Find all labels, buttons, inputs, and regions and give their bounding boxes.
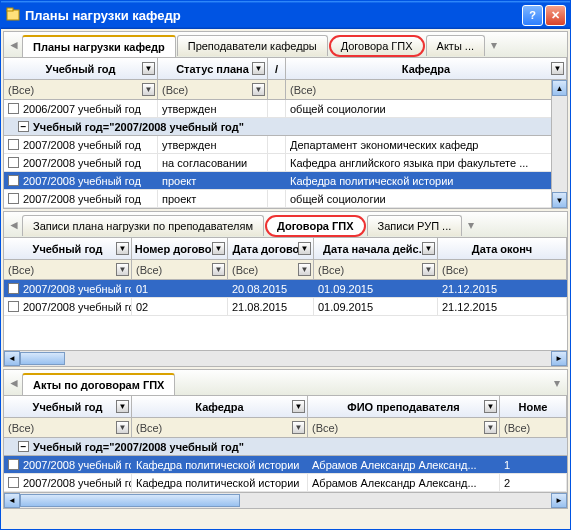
scroll-track[interactable]	[20, 493, 551, 508]
scroll-thumb[interactable]	[20, 352, 65, 365]
tab-next-icon[interactable]: ▾	[549, 373, 565, 393]
checkbox[interactable]	[8, 193, 19, 204]
scroll-up-icon[interactable]: ▲	[552, 80, 567, 96]
col-year[interactable]: Учебный год▼	[4, 58, 158, 79]
checkbox[interactable]	[8, 283, 19, 294]
filter-cell[interactable]: (Все)▼	[228, 260, 314, 279]
help-button[interactable]: ?	[522, 5, 543, 26]
table-row[interactable]: 2007/2008 учебный год Кафедра политическ…	[4, 474, 567, 492]
group-row[interactable]: −Учебный год="2007/2008 учебный год"	[4, 118, 567, 136]
table-row[interactable]: 2007/2008 учебный год Кафедра политическ…	[4, 456, 567, 474]
scroll-right-icon[interactable]: ►	[551, 351, 567, 366]
filter-cell[interactable]: (Все)▼	[132, 260, 228, 279]
tab-rup[interactable]: Записи РУП ...	[367, 215, 463, 236]
filter-dept[interactable]: (Все)▼	[286, 80, 567, 99]
tab-next-icon[interactable]: ▾	[486, 35, 502, 55]
dropdown-icon[interactable]: ▼	[116, 242, 129, 255]
scroll-right-icon[interactable]: ►	[551, 493, 567, 508]
tab-acts-gpx[interactable]: Акты по договорам ГПХ	[22, 373, 175, 395]
dropdown-icon[interactable]: ▼	[212, 242, 225, 255]
dropdown-icon[interactable]: ▼	[252, 83, 265, 96]
col-dept[interactable]: Кафедра▼	[132, 396, 308, 417]
dropdown-icon[interactable]: ▼	[252, 62, 265, 75]
col-status[interactable]: Статус плана▼	[158, 58, 268, 79]
table-row[interactable]: 2006/2007 учебный год утвержден общей со…	[4, 100, 567, 118]
tab-contracts-gpx[interactable]: Договора ГПХ	[265, 215, 366, 237]
cell-end: 21.12.2015	[438, 280, 567, 297]
filter-cell[interactable]: (Все)▼	[314, 260, 438, 279]
checkbox[interactable]	[8, 157, 19, 168]
horizontal-scrollbar[interactable]: ◄ ►	[4, 350, 567, 366]
filter-cell[interactable]: (Все)	[438, 260, 567, 279]
col-slash[interactable]: /	[268, 58, 286, 79]
dropdown-icon[interactable]: ▼	[116, 421, 129, 434]
tab-contracts[interactable]: Договора ГПХ	[329, 35, 425, 57]
table-row[interactable]: 2007/2008 учебный год проект Кафедра пол…	[4, 172, 567, 190]
scroll-left-icon[interactable]: ◄	[4, 493, 20, 508]
tab-next-icon[interactable]: ▾	[463, 215, 479, 235]
filter-cell[interactable]: (Все)▼	[132, 418, 308, 437]
dropdown-icon[interactable]: ▼	[142, 62, 155, 75]
dropdown-icon[interactable]: ▼	[292, 400, 305, 413]
dropdown-icon[interactable]: ▼	[116, 400, 129, 413]
tab-entries[interactable]: Записи плана нагрузки по преподавателям	[22, 215, 264, 236]
filter-slash[interactable]	[268, 80, 286, 99]
group-row[interactable]: −Учебный год="2007/2008 учебный год"	[4, 438, 567, 456]
dropdown-icon[interactable]: ▼	[551, 62, 564, 75]
checkbox[interactable]	[8, 175, 19, 186]
scroll-down-icon[interactable]: ▼	[552, 192, 567, 208]
collapse-icon[interactable]: −	[18, 441, 29, 452]
titlebar[interactable]: Планы нагрузки кафедр ? ✕	[1, 1, 570, 29]
col-num[interactable]: Номе	[500, 396, 567, 417]
dropdown-icon[interactable]: ▼	[116, 263, 129, 276]
col-start[interactable]: Дата начала дейс...▼	[314, 238, 438, 259]
dropdown-icon[interactable]: ▼	[292, 421, 305, 434]
dropdown-icon[interactable]: ▼	[422, 263, 435, 276]
table-row[interactable]: 2007/2008 учебный год проект общей социо…	[4, 190, 567, 208]
close-button[interactable]: ✕	[545, 5, 566, 26]
col-fio[interactable]: ФИО преподавателя▼	[308, 396, 500, 417]
col-date[interactable]: Дата догово...▼	[228, 238, 314, 259]
table-row[interactable]: 2007/2008 учебный год утвержден Департам…	[4, 136, 567, 154]
scroll-track[interactable]	[20, 351, 551, 366]
checkbox[interactable]	[8, 139, 19, 150]
table-row[interactable]: 2007/2008 учебный год 02 21.08.2015 01.0…	[4, 298, 567, 316]
tab-prev-icon[interactable]: ◄	[6, 35, 22, 55]
tab-prev-icon[interactable]: ◄	[6, 215, 22, 235]
dropdown-icon[interactable]: ▼	[298, 263, 311, 276]
scroll-thumb[interactable]	[20, 494, 240, 507]
table-row[interactable]: 2007/2008 учебный год 01 20.08.2015 01.0…	[4, 280, 567, 298]
collapse-icon[interactable]: −	[18, 121, 29, 132]
dropdown-icon[interactable]: ▼	[484, 400, 497, 413]
app-icon	[5, 7, 21, 23]
scroll-left-icon[interactable]: ◄	[4, 351, 20, 366]
dropdown-icon[interactable]: ▼	[142, 83, 155, 96]
checkbox[interactable]	[8, 459, 19, 470]
checkbox[interactable]	[8, 301, 19, 312]
col-end[interactable]: Дата оконч	[438, 238, 567, 259]
checkbox[interactable]	[8, 103, 19, 114]
col-dept[interactable]: Кафедра▼	[286, 58, 567, 79]
filter-cell[interactable]: (Все)▼	[4, 260, 132, 279]
table-row[interactable]: 2007/2008 учебный год на согласовании Ка…	[4, 154, 567, 172]
dropdown-icon[interactable]: ▼	[298, 242, 311, 255]
col-year[interactable]: Учебный год▼	[4, 238, 132, 259]
cell-dept: Кафедра политической истории	[286, 172, 567, 189]
horizontal-scrollbar[interactable]: ◄ ►	[4, 492, 567, 508]
col-year[interactable]: Учебный год▼	[4, 396, 132, 417]
filter-year[interactable]: (Все)▼	[4, 80, 158, 99]
filter-cell[interactable]: (Все)▼	[308, 418, 500, 437]
col-num[interactable]: Номер договора▼	[132, 238, 228, 259]
filter-cell[interactable]: (Все)	[500, 418, 567, 437]
filter-cell[interactable]: (Все)▼	[4, 418, 132, 437]
filter-status[interactable]: (Все)▼	[158, 80, 268, 99]
tab-prev-icon[interactable]: ◄	[6, 373, 22, 393]
checkbox[interactable]	[8, 477, 19, 488]
vertical-scrollbar[interactable]: ▲ ▼	[551, 80, 567, 208]
tab-teachers[interactable]: Преподаватели кафедры	[177, 35, 328, 56]
dropdown-icon[interactable]: ▼	[422, 242, 435, 255]
tab-acts[interactable]: Акты ...	[426, 35, 485, 56]
dropdown-icon[interactable]: ▼	[212, 263, 225, 276]
tab-plans[interactable]: Планы нагрузки кафедр	[22, 35, 176, 57]
dropdown-icon[interactable]: ▼	[484, 421, 497, 434]
